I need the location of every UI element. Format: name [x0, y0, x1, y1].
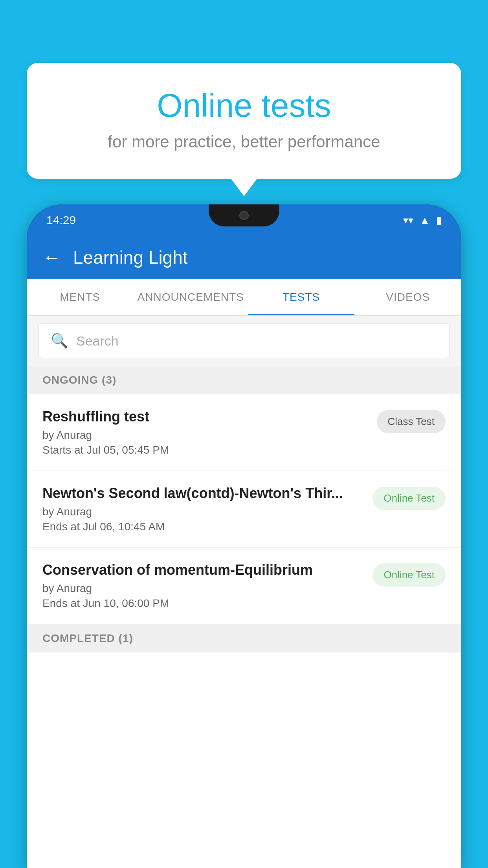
tabs-bar: MENTS ANNOUNCEMENTS TESTS VIDEOS: [27, 279, 461, 316]
search-input[interactable]: Search: [76, 333, 119, 349]
completed-section-header: COMPLETED (1): [27, 624, 461, 653]
test-info-conservation: Conservation of momentum-Equilibrium by …: [42, 562, 365, 610]
test-item-conservation[interactable]: Conservation of momentum-Equilibrium by …: [27, 548, 461, 624]
test-name-conservation: Conservation of momentum-Equilibrium: [42, 562, 365, 578]
test-by-newtons: by Anurag: [42, 506, 365, 518]
test-item-reshuffling[interactable]: Reshuffling test by Anurag Starts at Jul…: [27, 394, 461, 471]
app-title: Learning Light: [73, 247, 188, 268]
wifi-icon: ▾▾: [403, 214, 413, 226]
search-container: 🔍 Search: [27, 316, 461, 366]
test-date-conservation: Ends at Jun 10, 06:00 PM: [42, 597, 365, 610]
status-bar: 14:29 ▾▾ ▲ ▮: [27, 204, 461, 236]
ongoing-section-header: ONGOING (3): [27, 366, 461, 394]
test-date-newtons: Ends at Jul 06, 10:45 AM: [42, 520, 365, 533]
notch: [209, 204, 279, 226]
back-button[interactable]: ←: [42, 248, 61, 267]
test-info-reshuffling: Reshuffling test by Anurag Starts at Jul…: [42, 408, 369, 456]
status-icons: ▾▾ ▲ ▮: [403, 214, 442, 226]
search-icon: 🔍: [51, 333, 68, 349]
tab-videos[interactable]: VIDEOS: [354, 279, 461, 315]
background: Online tests for more practice, better p…: [0, 0, 488, 868]
test-item-newtons[interactable]: Newton's Second law(contd)-Newton's Thir…: [27, 471, 461, 548]
phone-frame: 14:29 ▾▾ ▲ ▮ ← Learning Light MENTS ANNO…: [27, 204, 461, 868]
test-info-newtons: Newton's Second law(contd)-Newton's Thir…: [42, 485, 365, 533]
badge-online-test-1: Online Test: [372, 487, 446, 510]
speech-bubble: Online tests for more practice, better p…: [27, 63, 461, 179]
bubble-subtitle: for more practice, better performance: [58, 132, 430, 151]
test-by-conservation: by Anurag: [42, 582, 365, 595]
app-header: ← Learning Light: [27, 236, 461, 279]
bubble-title: Online tests: [58, 86, 430, 125]
camera-dot: [239, 211, 249, 220]
badge-class-test: Class Test: [377, 410, 446, 433]
test-name-newtons: Newton's Second law(contd)-Newton's Thir…: [42, 485, 365, 502]
test-by-reshuffling: by Anurag: [42, 429, 369, 441]
status-time: 14:29: [46, 213, 76, 227]
battery-icon: ▮: [436, 214, 442, 226]
test-date-reshuffling: Starts at Jul 05, 05:45 PM: [42, 444, 369, 456]
tab-ments[interactable]: MENTS: [27, 279, 134, 315]
tab-announcements[interactable]: ANNOUNCEMENTS: [134, 279, 248, 315]
search-bar[interactable]: 🔍 Search: [39, 324, 449, 358]
phone-screen: ← Learning Light MENTS ANNOUNCEMENTS TES…: [27, 236, 461, 868]
badge-online-test-2: Online Test: [372, 563, 446, 587]
signal-icon: ▲: [420, 214, 430, 226]
test-name-reshuffling: Reshuffling test: [42, 408, 369, 425]
tab-tests[interactable]: TESTS: [248, 279, 355, 315]
